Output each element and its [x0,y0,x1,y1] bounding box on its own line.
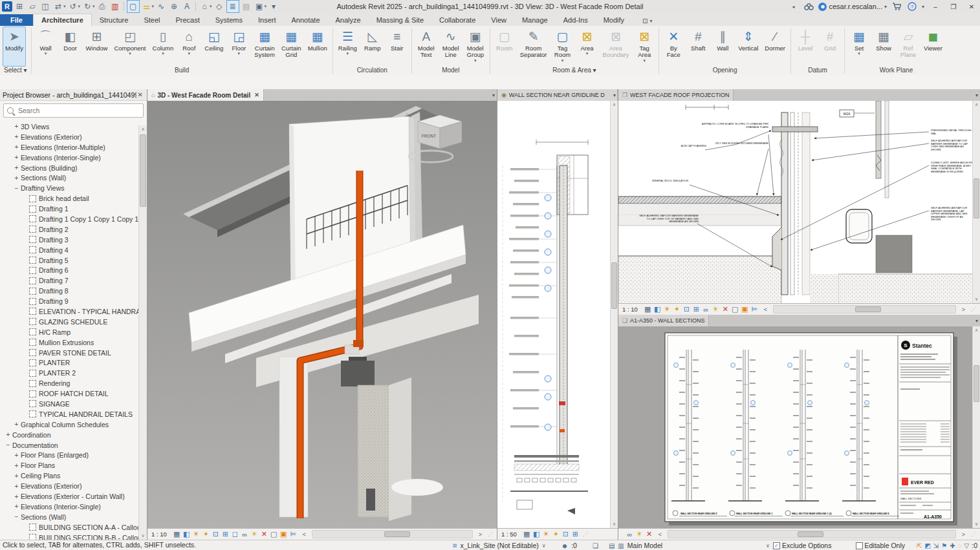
tree-item[interactable]: +Sections (Wall) [0,173,147,183]
user-menu-caret[interactable]: ▾ [884,4,887,10]
binoculars-search-icon[interactable] [803,1,814,12]
panel-label[interactable]: Model [412,67,490,76]
detail-level-icon[interactable]: ▦ [643,304,653,314]
tree-item[interactable]: Drafting 7 [0,275,147,286]
thin-lines-icon[interactable]: ≣ [226,0,239,13]
area-button[interactable]: ⊠Area▾ [576,26,599,67]
default-3d-view-icon-caret[interactable]: ▾ [210,4,212,9]
switch-windows-icon-caret[interactable]: ▾ [265,4,267,9]
reveal-hidden-icon[interactable]: ☀ [250,529,259,539]
tree-item[interactable]: PLANTER [0,357,147,368]
sun-path-icon[interactable]: ☀ [191,529,201,539]
expand-icon[interactable]: + [12,452,21,459]
viewer-button[interactable]: ◼Viewer [921,26,945,67]
restore-button[interactable]: ❐ [946,1,961,12]
tree-item[interactable]: Drafting 2 [0,224,147,235]
show-button[interactable]: ▦Show [872,26,895,67]
roof-detail-canvas[interactable]: W2A ACM CAP FLASHINGASPHALTIC CORE BOARD… [618,101,980,303]
modify-contextual-dropdown[interactable]: ⊡▾ [638,16,656,26]
insert-view-icon[interactable]: ▥ [109,1,121,12]
sun-path-icon[interactable]: ☀ [662,304,672,314]
exclude-options-checkbox[interactable]: ✓Exclude Options [773,542,831,549]
temporary-view-properties-icon[interactable]: ▢ [730,304,740,314]
reveal-constraints-icon[interactable]: ⊨ [289,529,298,539]
ref-plane-icon[interactable]: ◇ [213,1,225,12]
curtain-system-button[interactable]: ▦Curtain System [252,26,278,67]
undo-icon[interactable]: ↺ [67,1,79,12]
scale-control[interactable]: 1 : 10 [621,306,642,313]
open-icon[interactable]: ▱ [27,1,38,12]
tree-item[interactable]: Drafting 9 [0,296,147,306]
hide-isolate-icon[interactable]: ∞ [240,529,250,539]
help-icon[interactable]: ? [906,1,918,12]
model-group-button[interactable]: ▣Model Group▾ [464,26,487,67]
workset-caret[interactable]: ∨ [542,543,546,549]
ribbon-tab-annotate[interactable]: Annotate [283,14,327,26]
minimize-button[interactable]: – [928,1,942,12]
lock-view-icon[interactable]: ◻ [230,529,240,539]
crop-region-icon[interactable]: ⊞ [221,529,230,539]
mullion-button[interactable]: ▦Mullion [305,26,330,67]
close-button[interactable]: ✕ [964,1,979,12]
tab-list-menu-icon[interactable]: ▾ [975,89,978,101]
design-options-icon[interactable]: ❏ [593,542,598,549]
wall-section-canvas[interactable]: ∧ ∨ [497,101,618,528]
tree-item[interactable]: +Elevations (Exterior - Curtain Wall) [0,491,147,502]
sheets-icon[interactable]: ▥ [618,542,624,549]
tree-item[interactable]: +Elevations (Interior-Single) [0,502,147,512]
worksharing-display-icon[interactable]: ✕ [644,529,654,539]
detail-line-icon[interactable]: ∿ [155,1,167,12]
window-layout-icon[interactable]: ⊞ [14,1,25,12]
dormer-button[interactable]: ∕Dormer [762,26,788,67]
tree-item[interactable]: +Elevations (Exterior) [0,132,147,142]
resize-grip[interactable]: ⋰ [970,531,977,537]
tree-item[interactable]: +Floor Plans (Enlarged) [0,450,147,461]
tree-item[interactable]: PLANTER 2 [0,368,147,378]
default-3d-view-icon[interactable]: ⌂ [199,1,210,12]
tree-item[interactable]: TYPICAL HANDRAIL DETAILS [0,409,147,419]
expand-icon[interactable]: + [12,175,21,182]
design-option-caret[interactable]: ∨ [766,543,770,549]
ramp-button[interactable]: ◺Ramp [361,26,384,67]
collapse-icon[interactable]: − [4,441,12,449]
panel-label[interactable]: Circulation [333,67,411,76]
tree-item[interactable]: ELEVATION - TYPICAL HANDRAIL [0,306,147,317]
tree-item[interactable]: PAVER STONE DETAIL [0,348,147,358]
collapse-icon[interactable]: − [12,185,21,192]
expand-icon[interactable]: + [12,472,21,480]
tree-item[interactable]: +Ceiling Plans [0,471,147,481]
editable-only-checkbox[interactable]: Editable Only [856,542,905,549]
close-icon[interactable]: ✕ [136,91,144,98]
ribbon-tab-structure[interactable]: Structure [92,14,136,26]
roof-button[interactable]: ⌂Roof▾ [177,26,201,67]
tree-item[interactable]: +Elevations (Exterior) [0,481,147,491]
synchronize-icon[interactable]: ⇄ [52,1,64,12]
zoom-icon[interactable]: ⊕ [168,1,180,12]
temporary-view-properties-icon[interactable]: ▢ [269,529,279,539]
close-view-icon[interactable]: ✕ [254,92,259,98]
dropdown-caret-icon[interactable]: ▾ [561,59,564,63]
tree-item[interactable]: Drafting 8 [0,286,147,296]
resize-grip[interactable]: ⋰ [970,306,977,312]
dropdown-caret-icon[interactable]: ▾ [858,52,860,56]
tree-item[interactable]: BUILDING SECTION B-B - Callout [0,533,147,540]
crop-view-icon[interactable]: ⊡ [682,304,691,314]
column-button[interactable]: ▯Column▾ [150,26,177,67]
collapse-icon[interactable]: − [12,513,21,520]
tag-room-button[interactable]: ▢Tag Room▾ [551,26,574,67]
select-by-face-icon[interactable]: ⚑ [941,542,947,549]
ribbon-tab-systems[interactable]: Systems [208,14,250,26]
reveal-constraints-icon[interactable]: ⊨ [750,304,759,314]
window-button[interactable]: ⊞Window [83,26,111,67]
scroll-up-icon[interactable]: ∧ [139,125,147,133]
scroll-left-icon[interactable]: < [655,529,665,539]
tree-item[interactable]: −Sections (Wall) [0,512,147,522]
tree-item[interactable]: ROOF HATCH DETAIL [0,388,147,399]
panel-label[interactable]: Room & Area ▾ [490,67,659,76]
ribbon-tab-massing-site[interactable]: Massing & Site [369,14,431,26]
tab-a1-a350-wall-sections[interactable]: ❏ A1-A350 - WALL SECTIONS [618,315,709,326]
dropdown-caret-icon[interactable]: ▾ [474,59,477,63]
expand-icon[interactable]: + [4,431,12,438]
tag-area-button[interactable]: ⊠Tag Area▾ [633,26,656,67]
displaced-elements-icon[interactable]: ▣ [740,304,750,314]
